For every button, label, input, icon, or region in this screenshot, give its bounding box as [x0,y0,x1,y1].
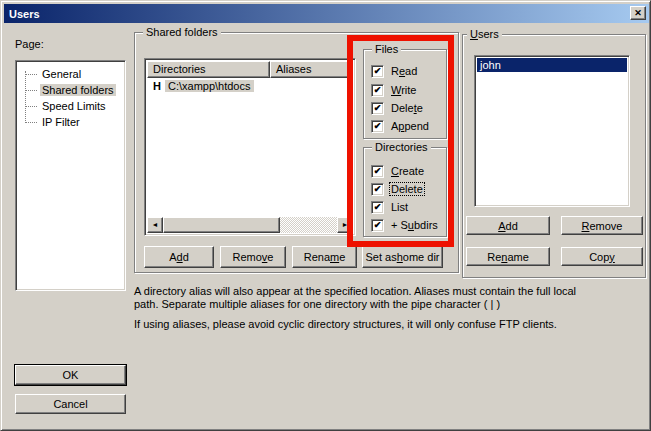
set-as-home-dir-button[interactable]: Set as home dir [362,246,443,268]
window-title: Users [4,8,40,20]
tree-item-speed-limits[interactable]: Speed Limits [16,98,125,114]
tree-item-general[interactable]: General [16,66,125,82]
user-item-john[interactable]: john [477,58,627,72]
checkbox-row-delete-dir: ✔ Delete [371,182,424,196]
users-dialog: Users ✕ Page: General Shared folders Spe… [0,0,651,431]
alias-info-text: A directory alias will also appear at th… [134,285,646,331]
users-remove-button[interactable]: Remove [561,216,643,235]
column-header-directories[interactable]: Directories [147,61,270,78]
check-icon: ✔ [374,103,382,113]
info-line-3: If using aliases, please avoid cyclic di… [134,318,646,331]
check-icon: ✔ [374,85,382,95]
directories-listview[interactable]: Directories Aliases HC:\xampp\htdocs ◄ ► [144,58,356,236]
users-add-button[interactable]: Add [466,216,550,235]
tree-item-ip-filter[interactable]: IP Filter [16,114,125,130]
checkbox-subdirs[interactable]: ✔ [371,219,384,232]
checkbox-row-append: ✔ Append [371,119,430,133]
checkbox-create[interactable]: ✔ [371,165,384,178]
users-group: Users john Add Remove Rename Copy [462,34,646,278]
cancel-button[interactable]: Cancel [15,394,126,414]
users-group-label: Users [467,28,502,41]
title-bar[interactable]: Users ✕ [4,4,649,23]
add-button[interactable]: Add [144,246,214,268]
directories-group-label: Directories [372,141,431,154]
check-icon: ✔ [374,220,382,230]
horizontal-scrollbar[interactable]: ◄ ► [147,217,353,233]
close-button[interactable]: ✕ [630,6,646,20]
rename-button[interactable]: Rename [292,246,357,268]
check-icon: ✔ [374,184,382,194]
scroll-right-icon: ► [342,221,349,228]
scroll-right-button[interactable]: ► [337,217,353,233]
checkbox-list[interactable]: ✔ [371,201,384,214]
listview-header: Directories Aliases [147,61,353,78]
checkbox-read[interactable]: ✔ [371,65,384,78]
column-header-aliases[interactable]: Aliases [270,61,353,78]
page-tree[interactable]: General Shared folders Speed Limits IP F… [15,60,126,291]
directories-group: Directories ✔ Create ✔ Delete ✔ List ✔ +… [363,147,447,237]
users-copy-button[interactable]: Copy [561,247,643,266]
scroll-left-icon: ◄ [152,221,159,228]
checkbox-row-read: ✔ Read [371,64,418,78]
checkbox-row-create: ✔ Create [371,164,425,178]
checkbox-write[interactable]: ✔ [371,84,384,97]
check-icon: ✔ [374,202,382,212]
checkbox-row-delete-file: ✔ Delete [371,101,424,115]
remove-button[interactable]: Remove [220,246,286,268]
checkbox-row-subdirs: ✔ + Subdirs [371,218,439,232]
scroll-thumb[interactable] [163,217,280,233]
files-group: Files ✔ Read ✔ Write ✔ Delete ✔ Append [363,49,447,139]
checkbox-append[interactable]: ✔ [371,120,384,133]
close-icon: ✕ [634,8,642,18]
checkbox-row-write: ✔ Write [371,83,417,97]
info-line-2: path. Separate multiple aliases for one … [134,298,646,311]
users-list[interactable]: john [474,55,630,207]
check-icon: ✔ [374,121,382,131]
info-line-1: A directory alias will also appear at th… [134,285,646,298]
users-rename-button[interactable]: Rename [466,247,550,266]
directory-path: C:\xampp\htdocs [165,80,254,92]
directory-row[interactable]: HC:\xampp\htdocs [147,79,353,95]
scroll-left-button[interactable]: ◄ [147,217,163,233]
shared-folders-group-label: Shared folders [143,26,221,39]
checkbox-delete-dir[interactable]: ✔ [371,183,384,196]
check-icon: ✔ [374,66,382,76]
tree-item-shared-folders[interactable]: Shared folders [16,82,125,98]
page-label: Page: [15,38,44,50]
checkbox-delete-file[interactable]: ✔ [371,102,384,115]
check-icon: ✔ [374,166,382,176]
checkbox-row-list: ✔ List [371,200,409,214]
home-dir-marker: H [153,80,161,92]
files-group-label: Files [372,43,401,56]
ok-button[interactable]: OK [15,365,126,385]
